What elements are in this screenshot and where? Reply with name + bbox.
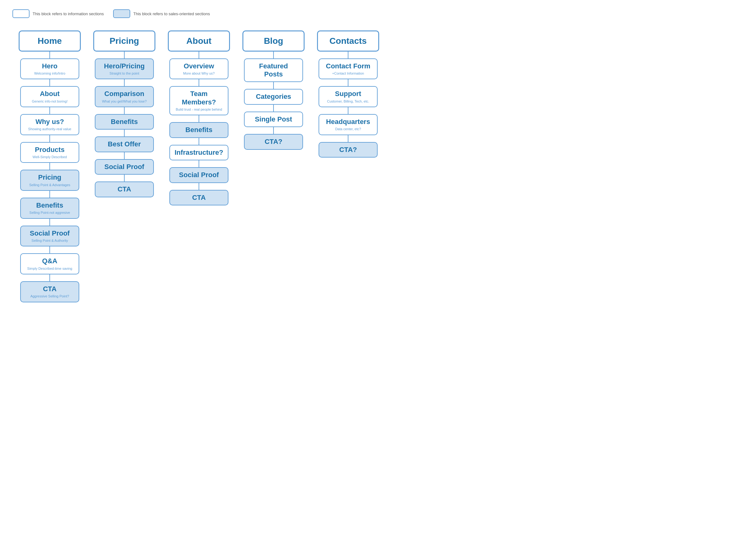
legend-sales-label: This block refers to sales-oriented sect… [133, 11, 210, 16]
header-pricing: Pricing [93, 30, 155, 52]
legend-info-label: This block refers to information section… [33, 11, 104, 16]
connector-contacts-3 [348, 135, 348, 142]
legend-sales-item: This block refers to sales-oriented sect… [113, 9, 210, 18]
node-contacts-1: SupportCustomer, Billing, Tech, etc. [319, 86, 378, 107]
node-blog-3: CTA? [244, 134, 303, 149]
node-about-0-sub: More about Why us? [174, 71, 223, 76]
node-home-7-text: Q&A [25, 257, 74, 265]
legend-info-box [12, 9, 30, 18]
node-home-1-text: About [25, 90, 74, 98]
node-home-5: BenefitsSelling Point-not aggresive [20, 198, 79, 219]
connector-home-5 [49, 191, 50, 198]
node-contacts-2-text: Headquarters [324, 118, 373, 126]
node-blog-1-text: Categories [249, 93, 298, 101]
header-contacts-text: Contacts [324, 36, 373, 46]
connector-home-8 [49, 274, 50, 281]
node-about-3-text: Infrastructure? [174, 149, 223, 157]
node-about-4-text: Social Proof [174, 171, 223, 179]
node-pricing-0-text: Hero/Pricing [100, 62, 149, 70]
connector-about-1 [199, 79, 199, 86]
node-home-0-sub: Welcoming info/Intro [25, 71, 74, 76]
header-home: Home [19, 30, 81, 52]
node-about-2: Benefits [169, 122, 228, 138]
sitemap-columns: HomeHeroWelcoming info/IntroAboutGeneric… [12, 30, 719, 302]
node-about-2-text: Benefits [174, 126, 223, 134]
column-contacts: ContactsContact Form+Contact Information… [314, 30, 382, 158]
connector-about-2 [199, 115, 199, 122]
connector-pricing-2 [124, 107, 125, 114]
connector-blog-2 [273, 105, 274, 112]
column-pricing: PricingHero/PricingStraight to the point… [90, 30, 159, 197]
header-blog: Blog [242, 30, 305, 52]
node-home-2: Why us?Showing authority-real value [20, 114, 79, 135]
node-home-4-text: Pricing [25, 173, 74, 181]
node-home-4-sub: Selling Point & Advantages [25, 183, 74, 187]
legend-sales-box [113, 9, 130, 18]
node-home-3: ProductsWell-Simply Described [20, 142, 79, 163]
connector-contacts-1 [348, 79, 348, 86]
node-home-8-text: CTA [25, 285, 74, 293]
connector-home-1 [49, 79, 50, 86]
node-home-0: HeroWelcoming info/Intro [20, 58, 79, 80]
connector-home-3 [49, 135, 50, 142]
connector-pricing-0 [124, 52, 125, 58]
node-blog-3-text: CTA? [249, 138, 298, 146]
node-home-8-sub: Aggressive Selling Point? [25, 294, 74, 298]
node-contacts-1-sub: Customer, Billing, Tech, etc. [324, 99, 373, 103]
connector-about-0 [199, 52, 199, 58]
connector-contacts-0 [348, 52, 348, 58]
legend: This block refers to information section… [12, 9, 719, 18]
header-about: About [168, 30, 230, 52]
node-home-1-sub: Generic info-not boring! [25, 99, 74, 103]
connector-blog-0 [273, 52, 274, 58]
node-contacts-0-sub: +Contact Information [324, 71, 373, 76]
connector-about-4 [199, 160, 199, 167]
column-about: AboutOverviewMore about Why us?Team Memb… [165, 30, 233, 205]
node-home-5-text: Benefits [25, 201, 74, 209]
node-about-3: Infrastructure? [169, 145, 228, 160]
node-about-1-text: Team Members? [174, 90, 223, 106]
node-contacts-2-sub: Data center, etc? [324, 127, 373, 131]
node-contacts-3: CTA? [319, 142, 378, 158]
node-pricing-1-sub: What you get/What you lose? [100, 99, 149, 103]
node-pricing-2: Benefits [95, 114, 154, 130]
node-contacts-3-text: CTA? [324, 146, 373, 154]
node-pricing-5: CTA [95, 181, 154, 197]
node-about-1-sub: Build trust - real people behind [174, 107, 223, 112]
node-pricing-3-text: Best Offer [100, 140, 149, 148]
node-pricing-2-text: Benefits [100, 118, 149, 126]
node-contacts-0-text: Contact Form [324, 62, 373, 70]
node-blog-0: Featured Posts [244, 58, 303, 82]
node-pricing-1: ComparisonWhat you get/What you lose? [95, 86, 154, 107]
node-about-0-text: Overview [174, 62, 223, 70]
node-home-7-sub: Simply Described-time saving [25, 266, 74, 271]
node-contacts-2: HeadquartersData center, etc? [319, 114, 378, 135]
node-contacts-0: Contact Form+Contact Information [319, 58, 378, 80]
node-blog-1: Categories [244, 89, 303, 104]
connector-home-6 [49, 219, 50, 226]
node-about-4: Social Proof [169, 167, 228, 183]
connector-pricing-3 [124, 130, 125, 136]
connector-blog-3 [273, 127, 274, 134]
node-home-2-sub: Showing authority-real value [25, 127, 74, 131]
node-home-8: CTAAggressive Selling Point? [20, 281, 79, 302]
node-home-2-text: Why us? [25, 118, 74, 126]
node-home-4: PricingSelling Point & Advantages [20, 170, 79, 191]
node-pricing-4: Social Proof [95, 159, 154, 175]
node-pricing-0: Hero/PricingStraight to the point [95, 58, 154, 80]
node-blog-0-text: Featured Posts [249, 62, 298, 79]
connector-home-0 [49, 52, 50, 58]
node-pricing-4-text: Social Proof [100, 163, 149, 171]
header-blog-text: Blog [249, 36, 298, 46]
node-pricing-0-sub: Straight to the point [100, 71, 149, 76]
connector-blog-1 [273, 82, 274, 89]
node-pricing-3: Best Offer [95, 136, 154, 152]
node-about-0: OverviewMore about Why us? [169, 58, 228, 80]
header-about-text: About [174, 36, 223, 46]
node-about-5: CTA [169, 190, 228, 205]
node-home-1: AboutGeneric info-not boring! [20, 86, 79, 107]
connector-contacts-2 [348, 107, 348, 114]
connector-about-3 [199, 138, 199, 145]
header-contacts: Contacts [317, 30, 379, 52]
header-pricing-text: Pricing [100, 36, 149, 46]
